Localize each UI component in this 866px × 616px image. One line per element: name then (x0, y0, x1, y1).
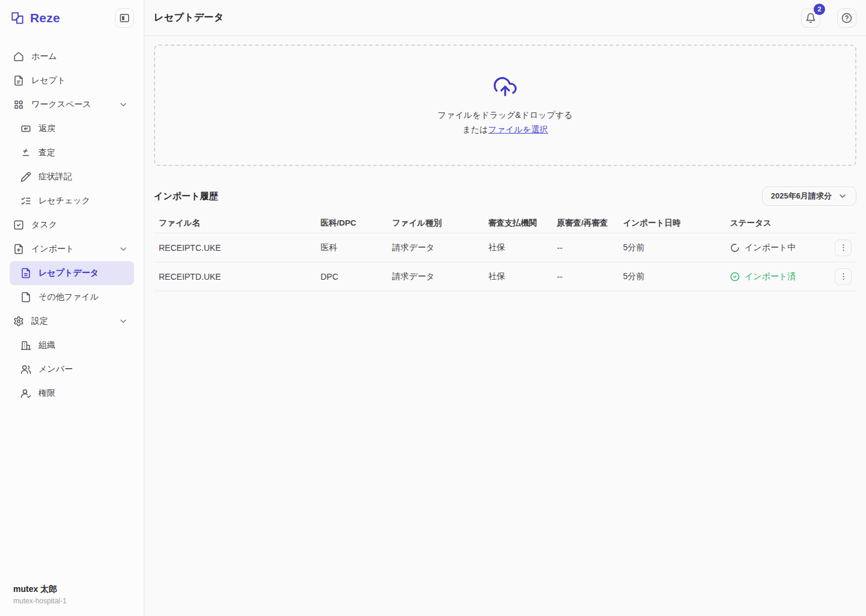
check-circle-icon (730, 272, 740, 282)
sidebar-header: Reze (0, 0, 144, 36)
sidebar-item-label: その他ファイル (38, 292, 128, 303)
sidebar-item-label: メンバー (38, 364, 128, 375)
sidebar-item-label: 組織 (38, 340, 128, 351)
return-icon (20, 123, 31, 134)
table-header-row: ファイル名 医科/DPC ファイル種別 審査支払機関 原審査/再審査 インポート… (154, 213, 856, 233)
row-menu-button[interactable] (835, 239, 852, 256)
dropzone-drag-text: ファイルをドラッグ&ドロップする (438, 110, 573, 121)
sidebar-item-label: ワークスペース (31, 99, 111, 110)
sidebar-collapse-button[interactable] (115, 8, 134, 28)
topbar-actions: 2 (801, 8, 856, 28)
notification-badge: 2 (814, 4, 825, 15)
col-file-name: ファイル名 (159, 218, 321, 229)
file-select-link[interactable]: ファイルを選択 (488, 125, 548, 134)
sidebar-item-label: レセプト (31, 75, 128, 86)
app-logo: Reze (10, 10, 60, 26)
sidebar-item-receipt[interactable]: レセプト (10, 69, 134, 93)
sidebar-item-label: 返戻 (38, 123, 128, 134)
help-button[interactable] (837, 8, 856, 28)
grid-icon (13, 99, 24, 110)
table-row: RECEIPTD.UKE DPC 請求データ 社保 -- 5分前 インポート済 (154, 262, 856, 291)
sidebar-item-label: 査定 (38, 147, 128, 158)
chevron-down-icon (118, 244, 128, 254)
sidebar: Reze ホーム レセプト ワークスペース (0, 0, 144, 616)
sidebar-item-label: インポート (31, 244, 111, 254)
chevron-down-icon (838, 191, 847, 201)
sidebar-item-satei[interactable]: 査定 (10, 141, 134, 165)
content: ファイルをドラッグ&ドロップする またはファイルを選択 インポート履歴 2025… (144, 36, 866, 616)
sidebar-item-shojo-shoki[interactable]: 症状詳記 (10, 165, 134, 189)
cell-dept: 医科 (321, 242, 392, 253)
col-review: 原審査/再審査 (557, 218, 623, 229)
kebab-icon (839, 243, 848, 252)
col-dept: 医科/DPC (321, 218, 392, 229)
cell-imported-at: 5分前 (623, 242, 730, 253)
app-logo-text: Reze (30, 11, 60, 25)
sidebar-item-henrei[interactable]: 返戻 (10, 117, 134, 141)
sidebar-item-label: タスク (31, 220, 128, 230)
cell-file-name: RECEIPTD.UKE (159, 272, 321, 282)
sidebar-item-other-files[interactable]: その他ファイル (10, 285, 134, 309)
col-status: ステータス (730, 218, 826, 229)
users-icon (20, 364, 31, 375)
sidebar-item-members[interactable]: メンバー (10, 357, 134, 381)
status-text: インポート済 (745, 271, 796, 282)
building-icon (20, 340, 31, 351)
help-circle-icon (841, 13, 852, 23)
dropzone-or-text: または (462, 125, 488, 134)
sidebar-item-task[interactable]: タスク (10, 213, 134, 237)
import-history-table: ファイル名 医科/DPC ファイル種別 審査支払機関 原審査/再審査 インポート… (154, 213, 856, 291)
cell-dept: DPC (321, 272, 392, 282)
check-square-icon (13, 220, 24, 230)
status-badge: インポート済 (730, 271, 826, 282)
file-data-icon (20, 268, 31, 279)
home-icon (13, 51, 24, 62)
spinner-icon (730, 243, 740, 253)
cell-file-name: RECEIPTC.UKE (159, 243, 321, 253)
status-text: インポート中 (745, 242, 796, 253)
file-icon (20, 292, 31, 303)
table-row: RECEIPTC.UKE 医科 請求データ 社保 -- 5分前 インポート中 (154, 233, 856, 262)
sidebar-item-organization[interactable]: 組織 (10, 333, 134, 357)
cell-imported-at: 5分前 (623, 271, 730, 282)
kebab-icon (839, 272, 848, 281)
pencil-icon (20, 171, 31, 182)
sidebar-item-rece-check[interactable]: レセチェック (10, 189, 134, 213)
col-file-kind: ファイル種別 (392, 218, 488, 229)
list-checks-icon (20, 196, 31, 206)
sidebar-item-settings[interactable]: 設定 (10, 309, 134, 333)
cell-review: -- (557, 272, 623, 282)
sidebar-nav: ホーム レセプト ワークスペース 返戻 (0, 45, 144, 576)
dropzone-or-line: またはファイルを選択 (462, 125, 548, 135)
user-name: mutex 太郎 (13, 584, 134, 595)
gear-icon (13, 316, 24, 327)
sidebar-user[interactable]: mutex 太郎 mutex-hospital-1 (0, 576, 144, 616)
sidebar-item-label: 権限 (38, 388, 128, 399)
chevron-down-icon (118, 316, 128, 326)
main-area: レセプトデータ 2 ファイルをドラッグ&ドロップする (144, 0, 866, 616)
file-plus-icon (13, 244, 24, 254)
col-payer: 審査支払機関 (488, 218, 557, 229)
user-check-icon (20, 388, 31, 399)
cell-file-kind: 請求データ (392, 271, 488, 282)
reze-logo-icon (10, 10, 25, 26)
row-menu-button[interactable] (835, 268, 852, 285)
sidebar-item-permissions[interactable]: 権限 (10, 381, 134, 405)
sidebar-item-workspace[interactable]: ワークスペース (10, 93, 134, 117)
col-imported-at: インポート日時 (623, 218, 730, 229)
sidebar-item-receipt-data[interactable]: レセプトデータ (10, 261, 134, 285)
sidebar-item-label: 症状詳記 (38, 171, 128, 182)
sidebar-item-label: 設定 (31, 316, 111, 327)
sidebar-item-home[interactable]: ホーム (10, 45, 134, 69)
sidebar-item-import[interactable]: インポート (10, 237, 134, 261)
period-filter-value: 2025年6月請求分 (771, 191, 832, 202)
file-dropzone[interactable]: ファイルをドラッグ&ドロップする またはファイルを選択 (154, 45, 856, 166)
cell-payer: 社保 (488, 271, 557, 282)
status-badge: インポート中 (730, 242, 826, 253)
import-history-header: インポート履歴 2025年6月請求分 (154, 186, 856, 206)
chevron-down-icon (118, 100, 128, 109)
period-filter-dropdown[interactable]: 2025年6月請求分 (762, 186, 856, 206)
file-text-icon (13, 75, 24, 86)
cell-review: -- (557, 243, 623, 253)
cloud-upload-icon (494, 75, 517, 98)
